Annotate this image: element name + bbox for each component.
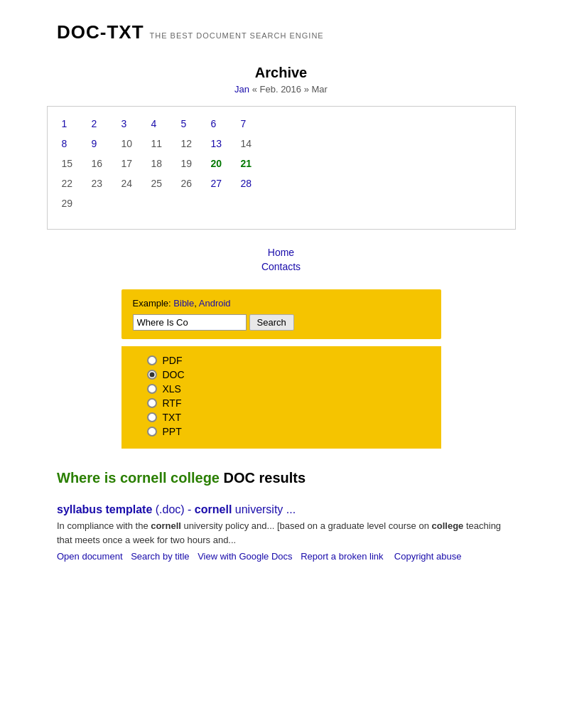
radio-pdf[interactable] — [147, 355, 157, 365]
cal-day-29: 29 — [62, 198, 92, 209]
cal-day-12: 12 — [181, 138, 211, 149]
radio-txt[interactable] — [147, 412, 157, 422]
filetype-list: PDF DOC XLS RTF TXT PPT — [133, 355, 430, 437]
example-android-link[interactable]: Android — [199, 298, 231, 309]
example-line: Example: Bible, Android — [133, 298, 430, 309]
current-month: Feb. 2016 — [260, 84, 302, 95]
separator-4 — [387, 551, 391, 562]
cal-week-2: 8 9 10 11 12 13 14 — [62, 138, 501, 149]
filetype-xls: XLS — [147, 383, 430, 395]
cal-day-25: 25 — [151, 178, 181, 189]
contacts-link[interactable]: Contacts — [261, 261, 301, 272]
cal-week-5: 29 — [62, 198, 501, 209]
nav-separator-right: » — [304, 84, 312, 95]
example-label: Example: — [133, 298, 171, 309]
cal-day-4[interactable]: 4 — [151, 118, 181, 129]
nav-link-item-contacts: Contacts — [0, 261, 562, 272]
prev-month-link[interactable]: Jan — [234, 84, 249, 95]
cal-day-5[interactable]: 5 — [181, 118, 211, 129]
cal-week-3: 15 16 17 18 19 20 21 — [62, 158, 501, 169]
header: DOC-TXT THE BEST DOCUMENT SEARCH ENGINE — [0, 0, 562, 50]
cal-day-7[interactable]: 7 — [241, 118, 271, 129]
cal-week-4: 22 23 24 25 26 27 28 — [62, 178, 501, 189]
calendar: 1 2 3 4 5 6 7 8 9 10 11 12 13 14 15 16 1… — [47, 106, 516, 230]
separator-3 — [296, 551, 298, 562]
result-actions: Open document Search by title View with … — [57, 551, 505, 562]
result-site-bold: cornell — [195, 503, 232, 515]
cal-day-9[interactable]: 9 — [92, 138, 121, 149]
cal-day-17: 17 — [121, 158, 151, 169]
nav-separator-left: « — [252, 84, 260, 95]
nav-link-item-home: Home — [0, 247, 562, 258]
radio-rtf[interactable] — [147, 398, 157, 408]
nav-links: Home Contacts — [0, 247, 562, 272]
result-title-bold: syllabus template — [57, 503, 152, 515]
search-button[interactable]: Search — [249, 314, 294, 331]
copyright-abuse-link[interactable]: Copyright abuse — [394, 551, 462, 562]
filetype-txt: TXT — [147, 412, 430, 423]
result-title-ext: (.doc) - — [156, 503, 195, 515]
cal-day-15: 15 — [62, 158, 92, 169]
cal-day-24: 24 — [121, 178, 151, 189]
cal-day-23: 23 — [92, 178, 121, 189]
search-row: Search — [133, 314, 430, 331]
cal-day-18: 18 — [151, 158, 181, 169]
logo-tagline: THE BEST DOCUMENT SEARCH ENGINE — [150, 31, 324, 40]
separator-1 — [126, 551, 129, 562]
cal-day-6[interactable]: 6 — [211, 118, 241, 129]
cal-day-28[interactable]: 28 — [241, 178, 271, 189]
cal-day-11: 11 — [151, 138, 181, 149]
next-month: Mar — [312, 84, 328, 95]
cal-day-8[interactable]: 8 — [62, 138, 92, 149]
results-section: Where is cornell college DOC results syl… — [0, 470, 562, 562]
archive-nav: Jan « Feb. 2016 » Mar — [0, 84, 562, 95]
filetype-box: PDF DOC XLS RTF TXT PPT — [121, 346, 441, 449]
view-google-docs-link[interactable]: View with Google Docs — [198, 551, 292, 562]
filetype-rtf: RTF — [147, 397, 430, 409]
cal-day-19: 19 — [181, 158, 211, 169]
result-title-link[interactable]: syllabus template (.doc) - cornell unive… — [57, 503, 505, 516]
separator-2 — [193, 551, 195, 562]
radio-xls[interactable] — [147, 384, 157, 394]
cal-day-16: 16 — [92, 158, 121, 169]
cal-day-21[interactable]: 21 — [241, 158, 271, 169]
cal-day-20[interactable]: 20 — [211, 158, 241, 169]
cal-day-10: 10 — [121, 138, 151, 149]
result-item: syllabus template (.doc) - cornell unive… — [57, 503, 505, 562]
cal-day-14: 14 — [241, 138, 271, 149]
logo-main: DOC-TXT — [57, 21, 144, 43]
home-link[interactable]: Home — [268, 247, 294, 258]
report-broken-link[interactable]: Report a broken link — [301, 551, 383, 562]
filetype-doc: DOC — [147, 369, 430, 380]
search-box: Example: Bible, Android Search — [121, 289, 441, 339]
result-description: In compliance with the cornell universit… — [57, 519, 505, 547]
cal-day-22: 22 — [62, 178, 92, 189]
cal-day-13[interactable]: 13 — [211, 138, 241, 149]
archive-section: Archive Jan « Feb. 2016 » Mar 1 2 3 4 5 … — [0, 65, 562, 230]
archive-title: Archive — [0, 65, 562, 81]
cal-day-26: 26 — [181, 178, 211, 189]
cal-day-2[interactable]: 2 — [92, 118, 121, 129]
results-title-highlight: Where is cornell college — [57, 470, 220, 486]
cal-day-27[interactable]: 27 — [211, 178, 241, 189]
cal-day-3[interactable]: 3 — [121, 118, 151, 129]
results-title-suffix: DOC results — [224, 470, 306, 486]
cal-week-1: 1 2 3 4 5 6 7 — [62, 118, 501, 129]
radio-ppt[interactable] — [147, 427, 157, 437]
open-document-link[interactable]: Open document — [57, 551, 123, 562]
search-by-title-link[interactable]: Search by title — [131, 551, 189, 562]
results-title: Where is cornell college DOC results — [57, 470, 505, 486]
search-input[interactable] — [133, 314, 247, 331]
example-bible-link[interactable]: Bible — [173, 298, 194, 309]
cal-day-1[interactable]: 1 — [62, 118, 92, 129]
filetype-ppt: PPT — [147, 426, 430, 437]
radio-doc[interactable] — [147, 370, 157, 380]
result-site-rest: university ... — [235, 503, 296, 515]
filetype-pdf: PDF — [147, 355, 430, 366]
